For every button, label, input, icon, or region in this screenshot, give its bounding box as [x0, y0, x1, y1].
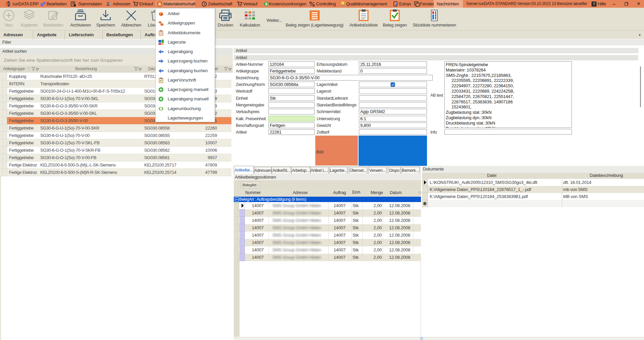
svg-text:A: A — [158, 2, 161, 6]
svg-text:$: $ — [265, 2, 267, 6]
svg-text:?: ? — [593, 2, 595, 6]
